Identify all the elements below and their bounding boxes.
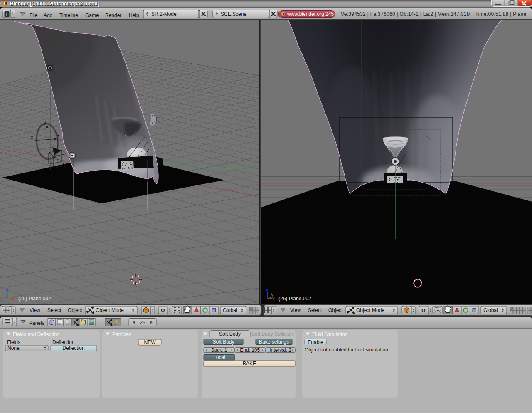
- svg-text:Object: Object: [68, 307, 82, 313]
- svg-text:Timeline: Timeline: [59, 12, 78, 18]
- svg-text:Global: Global: [483, 307, 498, 313]
- svg-text:Object Mode: Object Mode: [96, 307, 124, 313]
- svg-text:View: View: [290, 307, 301, 313]
- svg-text:Add: Add: [44, 12, 52, 18]
- svg-text:Render: Render: [105, 12, 121, 18]
- svg-text:(25) Plane.002: (25) Plane.002: [18, 296, 51, 302]
- svg-text:Fields and Deflection: Fields and Deflection: [13, 331, 59, 337]
- svg-text:Game: Game: [85, 12, 99, 18]
- svg-text:25: 25: [140, 320, 145, 326]
- svg-text:Soft Body: Soft Body: [219, 331, 241, 337]
- svg-text:SCE:Scene: SCE:Scene: [221, 11, 246, 17]
- svg-text:Ve:394532 | Fa:376060 | Ob:14-: Ve:394532 | Fa:376060 | Ob:14-1 | La:2 |…: [341, 11, 526, 17]
- svg-text:Select: Select: [47, 307, 62, 313]
- svg-text:Particles: Particles: [112, 331, 131, 337]
- svg-text:NEW: NEW: [144, 339, 156, 345]
- svg-text:Soft Body: Soft Body: [212, 339, 234, 345]
- svg-text:Ω: Ω: [161, 308, 165, 314]
- svg-text:Object Mode: Object Mode: [356, 307, 384, 313]
- svg-text:File: File: [30, 12, 38, 18]
- svg-text:z: z: [6, 286, 8, 292]
- svg-text:Deflection: Deflection: [52, 339, 74, 345]
- svg-text:Help: Help: [129, 12, 139, 18]
- svg-text:Ω: Ω: [421, 308, 426, 314]
- svg-text:Object not enabled for fluid s: Object not enabled for fluid simulation.…: [305, 347, 392, 353]
- svg-text:x: x: [31, 134, 33, 140]
- svg-text:Soft Body Collision: Soft Body Collision: [251, 331, 293, 337]
- svg-text:Fluid Simulation: Fluid Simulation: [312, 331, 347, 337]
- svg-text:x: x: [272, 296, 275, 302]
- svg-text:Blender [C:\00012\fucho\copa2.: Blender [C:\00012\fucho\copa2.blend]: [10, 1, 99, 7]
- svg-text:Interval: 2: Interval: 2: [269, 347, 291, 353]
- svg-text:Bake settings: Bake settings: [259, 339, 289, 345]
- svg-text:y: y: [44, 120, 46, 126]
- svg-text:www.blender.org 245: www.blender.org 245: [287, 11, 334, 17]
- svg-text:Fields: Fields: [7, 339, 20, 345]
- svg-text:BAKE: BAKE: [243, 361, 256, 366]
- svg-text:(25) Plane.002: (25) Plane.002: [278, 296, 311, 302]
- svg-text:Panels: Panels: [29, 320, 44, 326]
- svg-text:Start: 1: Start: 1: [211, 347, 227, 353]
- svg-text:i: i: [6, 11, 7, 17]
- svg-text:Local: Local: [213, 354, 225, 360]
- svg-text:SR:2-Model: SR:2-Model: [151, 11, 177, 17]
- svg-text:z: z: [266, 286, 268, 292]
- svg-text:View: View: [30, 307, 40, 313]
- svg-text:Object: Object: [328, 307, 343, 313]
- svg-text:z: z: [57, 134, 59, 139]
- svg-text:End: 105: End: 105: [240, 347, 260, 353]
- svg-text:None: None: [7, 345, 20, 351]
- svg-text:Enable: Enable: [308, 339, 323, 345]
- svg-text:x: x: [12, 296, 15, 302]
- svg-text:Global: Global: [223, 307, 237, 313]
- svg-text:Deflection: Deflection: [62, 345, 84, 351]
- svg-text:Select: Select: [308, 307, 322, 313]
